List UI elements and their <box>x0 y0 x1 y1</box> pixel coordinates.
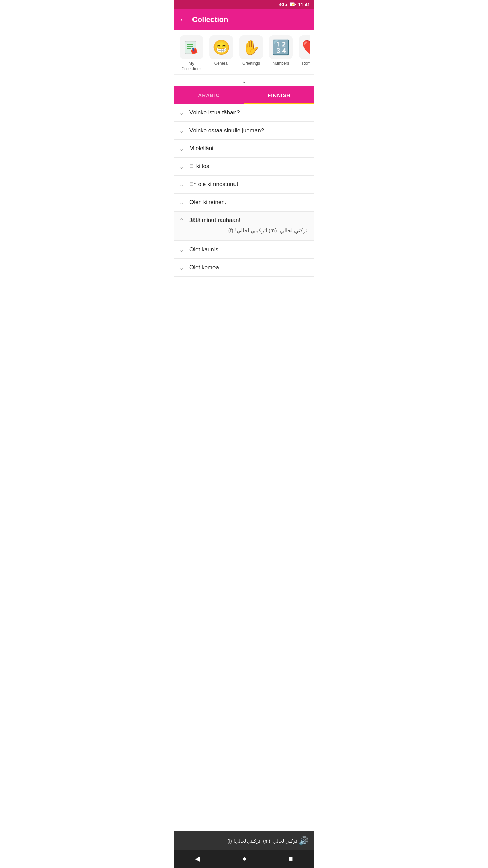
expand-icon-4: ⌄ <box>178 163 185 170</box>
status-icons: 4G▲ ⚡ <box>279 2 296 7</box>
phrase-row-main-7: ⌃ Jätä minut rauhaan! <box>178 217 309 224</box>
category-icon-greetings: ✋ <box>239 35 263 59</box>
category-label-romance: Romance <box>302 61 310 66</box>
phrase-row-7[interactable]: ⌃ Jätä minut rauhaan! اتركني لحالي! (m) … <box>174 212 314 241</box>
category-label-mycollections: My Collections <box>179 61 204 72</box>
home-nav-button[interactable]: ● <box>236 852 253 865</box>
phrase-row-main-5: ⌄ En ole kiinnostunut. <box>178 181 309 188</box>
category-icon-romance: ❤️ <box>299 35 310 59</box>
recents-nav-button[interactable]: ■ <box>282 852 300 865</box>
translation-text-7: اتركني لحالي! (m) اتركيني لحالي! (f) <box>178 224 309 235</box>
category-label-numbers: Numbers <box>273 61 289 66</box>
phrase-text-7: Jätä minut rauhaan! <box>189 217 240 224</box>
category-icon-general: 😁 <box>209 35 233 59</box>
category-item-numbers[interactable]: 🔢 Numbers <box>267 35 294 72</box>
expand-icon-9: ⌄ <box>178 264 185 271</box>
status-bar: 4G▲ ⚡ 11:41 <box>174 0 314 9</box>
phrase-row-1[interactable]: ⌄ Voinko istua tähän? <box>174 104 314 122</box>
phrase-row-main-2: ⌄ Voinko ostaa sinulle juoman? <box>178 127 309 134</box>
page-title: Collection <box>192 15 228 24</box>
phrase-row-main-4: ⌄ Ei kiitos. <box>178 163 309 170</box>
tab-finnish[interactable]: FINNISH <box>244 86 314 104</box>
phrase-row-main-1: ⌄ Voinko istua tähän? <box>178 109 309 116</box>
playback-bar: اتركني لحالي! (m) اتركيني لحالي! (f) 🔊 <box>174 831 314 850</box>
expand-row[interactable]: ⌄ <box>174 75 314 86</box>
back-button[interactable]: ← <box>179 15 187 24</box>
nav-bar: ◀ ● ■ <box>174 850 314 868</box>
svg-text:⚡: ⚡ <box>291 3 294 6</box>
phrase-row-9[interactable]: ⌄ Olet komea. <box>174 259 314 277</box>
playback-text: اتركني لحالي! (m) اتركيني لحالي! (f) <box>179 838 299 844</box>
speaker-icon[interactable]: 🔊 <box>299 836 309 846</box>
svg-rect-4 <box>295 4 296 5</box>
category-icon-mycollections <box>180 35 203 59</box>
language-tabs: ARABICFINNISH <box>174 86 314 104</box>
category-icon-numbers: 🔢 <box>269 35 293 59</box>
phrase-row-4[interactable]: ⌄ Ei kiitos. <box>174 158 314 176</box>
phrase-row-main-6: ⌄ Olen kiireinen. <box>178 199 309 206</box>
app-bar: ← Collection <box>174 9 314 30</box>
phrase-text-4: Ei kiitos. <box>189 163 211 170</box>
expand-icon-2: ⌄ <box>178 127 185 134</box>
chevron-down-icon[interactable]: ⌄ <box>242 77 247 85</box>
category-item-romance[interactable]: ❤️ Romance <box>297 35 310 72</box>
category-item-mycollections[interactable]: My Collections <box>178 35 205 72</box>
phrase-row-3[interactable]: ⌄ Mielelläni. <box>174 140 314 158</box>
back-nav-button[interactable]: ◀ <box>188 852 207 865</box>
expand-icon-1: ⌄ <box>178 110 185 116</box>
phrase-row-main-3: ⌄ Mielelläni. <box>178 145 309 152</box>
phrase-text-8: Olet kaunis. <box>189 246 220 253</box>
category-section: My Collections 😁 General ✋ Greetings 🔢 N… <box>174 30 314 75</box>
expand-icon-6: ⌄ <box>178 199 185 206</box>
phrase-text-9: Olet komea. <box>189 264 221 271</box>
phrase-row-main-9: ⌄ Olet komea. <box>178 264 309 271</box>
phrase-text-1: Voinko istua tähän? <box>189 109 240 116</box>
time-display: 11:41 <box>298 2 310 7</box>
category-item-general[interactable]: 😁 General <box>208 35 235 72</box>
phrase-row-2[interactable]: ⌄ Voinko ostaa sinulle juoman? <box>174 122 314 140</box>
tab-arabic[interactable]: ARABIC <box>174 86 244 104</box>
phrase-row-5[interactable]: ⌄ En ole kiinnostunut. <box>174 176 314 194</box>
phrase-text-3: Mielelläni. <box>189 145 215 152</box>
phrase-list: ⌄ Voinko istua tähän? ⌄ Voinko ostaa sin… <box>174 104 314 831</box>
phrase-text-5: En ole kiinnostunut. <box>189 181 240 188</box>
category-label-general: General <box>214 61 229 66</box>
phrase-text-2: Voinko ostaa sinulle juoman? <box>189 127 264 134</box>
expand-icon-5: ⌄ <box>178 181 185 188</box>
phrase-text-6: Olen kiireinen. <box>189 199 226 206</box>
category-item-greetings[interactable]: ✋ Greetings <box>238 35 265 72</box>
signal-icon: 4G▲ <box>279 2 288 7</box>
expand-icon-8: ⌄ <box>178 246 185 253</box>
expand-icon-3: ⌄ <box>178 145 185 152</box>
phrase-row-6[interactable]: ⌄ Olen kiireinen. <box>174 194 314 212</box>
category-row: My Collections 😁 General ✋ Greetings 🔢 N… <box>178 35 310 72</box>
expand-icon-7: ⌃ <box>178 217 185 224</box>
phrase-row-main-8: ⌄ Olet kaunis. <box>178 246 309 253</box>
battery-icon: ⚡ <box>290 2 296 7</box>
phrase-row-8[interactable]: ⌄ Olet kaunis. <box>174 241 314 259</box>
category-label-greetings: Greetings <box>242 61 260 66</box>
